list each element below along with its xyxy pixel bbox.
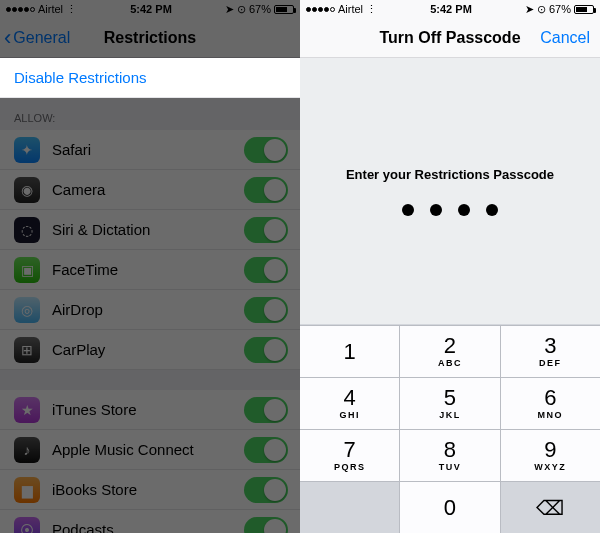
back-label: General [13,29,70,47]
app-icon: ▣ [14,257,40,283]
keypad-num: 1 [344,341,356,363]
keypad-num: 5 [444,387,456,409]
carrier-label: Airtel [338,3,363,15]
toggle-switch[interactable] [244,337,288,363]
toggle-switch[interactable] [244,297,288,323]
keypad-key-8[interactable]: 8TUV [400,430,500,481]
keypad-key-4[interactable]: 4GHI [300,378,400,429]
clock: 5:42 PM [130,3,172,15]
app-label: iTunes Store [52,401,137,418]
alarm-icon: ⊙ [537,3,546,16]
toggle-switch[interactable] [244,257,288,283]
passcode-prompt: Enter your Restrictions Passcode [346,167,554,182]
keypad-letters: MNO [538,410,564,420]
keypad-num: 0 [444,497,456,519]
keypad-letters: GHI [339,410,360,420]
app-label: CarPlay [52,341,105,358]
disable-restrictions-label: Disable Restrictions [14,69,147,86]
app-icon: ★ [14,397,40,423]
passcode-dots [402,204,498,216]
app-icon: ◌ [14,217,40,243]
keypad-letters: ABC [438,358,462,368]
app-row[interactable]: ⊞CarPlay [0,330,300,370]
toggle-switch[interactable] [244,137,288,163]
keypad-letters: WXYZ [534,462,566,472]
restrictions-screen: Airtel ⋮ 5:42 PM ➤ ⊙ 67% ‹ General Restr… [0,0,300,533]
wifi-icon: ⋮ [66,3,77,16]
app-row[interactable]: ◌Siri & Dictation [0,210,300,250]
keypad-num: 2 [444,335,456,357]
app-label: Siri & Dictation [52,221,150,238]
keypad-backspace[interactable]: ⌫ [501,482,600,533]
app-icon: ◉ [14,177,40,203]
app-row[interactable]: ✦Safari [0,130,300,170]
app-label: AirDrop [52,301,103,318]
signal-strength-icon [306,7,335,12]
app-row[interactable]: ◎AirDrop [0,290,300,330]
toggle-switch[interactable] [244,477,288,503]
keypad-num: 8 [444,439,456,461]
toggle-switch[interactable] [244,177,288,203]
app-row[interactable]: ▆iBooks Store [0,470,300,510]
keypad-letters: DEF [539,358,562,368]
alarm-icon: ⊙ [237,3,246,16]
toggle-switch[interactable] [244,437,288,463]
keypad-num: 7 [344,439,356,461]
allow-section-header: ALLOW: [0,98,300,130]
numeric-keypad: 12ABC3DEF4GHI5JKL6MNO7PQRS8TUV9WXYZ 0 ⌫ [300,324,600,533]
status-bar: Airtel ⋮ 5:42 PM ➤ ⊙ 67% [0,0,300,18]
app-row[interactable]: ⦿Podcasts [0,510,300,533]
battery-icon [574,5,594,14]
app-icon: ▆ [14,477,40,503]
keypad-key-0[interactable]: 0 [400,482,500,533]
app-icon: ◎ [14,297,40,323]
keypad-letters: JKL [439,410,461,420]
backspace-icon: ⌫ [536,496,564,520]
battery-icon [274,5,294,14]
toggle-switch[interactable] [244,397,288,423]
app-label: iBooks Store [52,481,137,498]
app-label: FaceTime [52,261,118,278]
allow-list-2: ★iTunes Store♪Apple Music Connect▆iBooks… [0,390,300,533]
page-title: Turn Off Passcode [379,29,520,47]
wifi-icon: ⋮ [366,3,377,16]
carrier-label: Airtel [38,3,63,15]
toggle-switch[interactable] [244,517,288,534]
passcode-entry: Enter your Restrictions Passcode [300,58,600,324]
back-button[interactable]: ‹ General [4,18,70,57]
nav-bar: ‹ General Restrictions [0,18,300,58]
app-row[interactable]: ♪Apple Music Connect [0,430,300,470]
passcode-screen: Airtel ⋮ 5:42 PM ➤ ⊙ 67% Turn Off Passco… [300,0,600,533]
location-icon: ➤ [225,3,234,16]
disable-restrictions-row[interactable]: Disable Restrictions [0,58,300,98]
app-icon: ⊞ [14,337,40,363]
keypad-letters: PQRS [334,462,366,472]
keypad-key-2[interactable]: 2ABC [400,326,500,377]
app-label: Camera [52,181,105,198]
keypad-letters: TUV [439,462,462,472]
app-label: Podcasts [52,521,114,533]
app-label: Apple Music Connect [52,441,194,458]
keypad-key-5[interactable]: 5JKL [400,378,500,429]
page-title: Restrictions [104,29,196,47]
cancel-button[interactable]: Cancel [540,18,590,57]
keypad-num: 6 [544,387,556,409]
allow-list-1: ✦Safari◉Camera◌Siri & Dictation▣FaceTime… [0,130,300,370]
location-icon: ➤ [525,3,534,16]
keypad-key-1[interactable]: 1 [300,326,400,377]
toggle-switch[interactable] [244,217,288,243]
keypad-key-7[interactable]: 7PQRS [300,430,400,481]
app-row[interactable]: ◉Camera [0,170,300,210]
keypad-num: 3 [544,335,556,357]
keypad-key-6[interactable]: 6MNO [501,378,600,429]
app-label: Safari [52,141,91,158]
nav-bar: Turn Off Passcode Cancel [300,18,600,58]
clock: 5:42 PM [430,3,472,15]
app-row[interactable]: ★iTunes Store [0,390,300,430]
app-icon: ⦿ [14,517,40,534]
keypad-key-9[interactable]: 9WXYZ [501,430,600,481]
app-row[interactable]: ▣FaceTime [0,250,300,290]
signal-strength-icon [6,7,35,12]
app-icon: ✦ [14,137,40,163]
keypad-key-3[interactable]: 3DEF [501,326,600,377]
